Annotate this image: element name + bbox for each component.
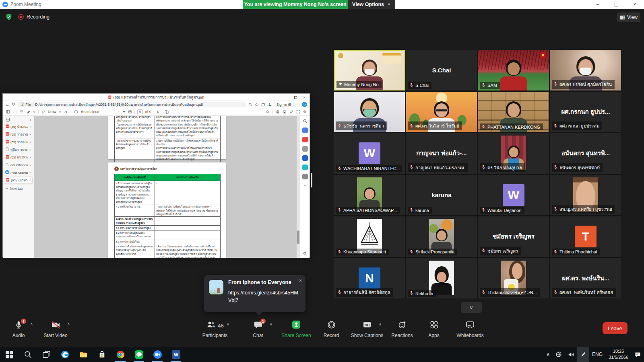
pdf-search-icon[interactable]	[266, 110, 270, 114]
edge-taskbar-icon[interactable]	[56, 347, 74, 362]
outlook-sidebar-icon[interactable]	[302, 174, 308, 179]
erase-button[interactable]	[64, 110, 68, 114]
close-tab-icon[interactable]: ×	[29, 133, 31, 136]
close-tab-icon[interactable]: ×	[29, 171, 31, 175]
show-captions-button[interactable]: CC∧Show Captions	[348, 319, 386, 343]
browser-tab-item[interactable]: PDF(65) รายงานผ×	[4, 131, 33, 138]
tools-sidebar-icon[interactable]	[302, 165, 308, 170]
address-bar[interactable]: ⓘ File | D:/ประชุมกรรมการตรวจประเมินหลัก…	[17, 102, 246, 107]
draw-button[interactable]: Draw∨	[41, 110, 61, 114]
browser-minimize-button[interactable]: –	[282, 95, 291, 100]
browser-tab-item[interactable]: คู่มือการประเมิน×	[4, 146, 33, 153]
shared-screen-scrollbar[interactable]	[311, 173, 312, 187]
participant-tile[interactable]: S.ChaiS.Chai	[406, 50, 477, 90]
participant-tile[interactable]: TThitima Phodhichai	[550, 216, 621, 257]
toc-icon[interactable]	[20, 110, 24, 114]
tray-chevron-icon[interactable]: ∧	[543, 347, 553, 362]
taskview-taskbar-icon[interactable]	[37, 347, 56, 362]
chat-popup-message[interactable]: https://forms.gle/rzri4sbrs45HMVbj7	[228, 289, 301, 304]
search-sidebar-icon[interactable]	[302, 118, 308, 124]
participant-tile[interactable]: กาญจนา ท่อแก้ว-...กาญจนา ท่อแก้ว-มรภ.นม.	[406, 133, 477, 174]
close-button[interactable]: ×	[625, 0, 644, 9]
share-screen-button[interactable]: Share Screen	[277, 319, 316, 343]
person-sidebar-icon[interactable]	[302, 146, 308, 152]
volume-icon[interactable]	[565, 347, 577, 362]
search-address-icon[interactable]	[248, 103, 252, 107]
participant-tile[interactable]: ผศ.ดร.ปรรัตน์ ศุภมิตรโยธิน	[550, 50, 621, 90]
start-taskbar-icon[interactable]	[0, 347, 19, 362]
save-icon[interactable]	[283, 110, 287, 114]
bing-sidebar-icon[interactable]	[302, 155, 308, 161]
notification-center-button[interactable]	[632, 347, 644, 362]
chat-popup-close-icon[interactable]: ×	[299, 278, 302, 284]
participant-tile[interactable]: ชมัยพร เจริญพรชมัยพร เจริญพร	[478, 216, 549, 257]
shopping-sidebar-icon[interactable]	[302, 137, 308, 142]
record-button[interactable]: Record	[312, 319, 351, 343]
participant-tile[interactable]: WWarutai Dejtanon	[478, 175, 549, 216]
more-menu-icon[interactable]: ⋯	[296, 103, 300, 107]
chevron-up-icon[interactable]: ∧	[30, 322, 33, 326]
network-icon[interactable]	[553, 347, 565, 362]
minimize-button[interactable]: –	[588, 0, 607, 9]
participant-tile[interactable]: Nอาจารย์นลินี อัศวธิติสกุล	[334, 258, 405, 299]
zoom-in-button[interactable]: +	[123, 109, 126, 115]
word-taskbar-icon[interactable]: W	[167, 347, 185, 362]
participant-tile[interactable]: Rekha In	[406, 258, 477, 299]
highlight-button[interactable]: ∨	[27, 110, 35, 114]
explorer-taskbar-icon[interactable]	[74, 347, 93, 362]
close-tab-icon[interactable]: ×	[29, 156, 31, 159]
browser-tab-item[interactable]: PDF(65) แนวทางก×	[4, 154, 33, 161]
clock[interactable]: 10:25 31/5/2566	[605, 348, 632, 360]
pdf-content-area[interactable]: หลักสูตร/อาจารย์ประจำหลักสูตรวุฒิปริญญาเ…	[34, 116, 300, 258]
participant-tile[interactable]: ผศ.ดร.วันวิสาข์ โชรัมย์	[406, 92, 477, 132]
participant-tile[interactable]: karunakaruna	[406, 175, 477, 216]
page-info-icon[interactable]: ⓘ	[21, 102, 24, 107]
view-button[interactable]: View	[617, 12, 640, 22]
participant-tile[interactable]: PHATTANAN KERDKONG	[478, 92, 549, 132]
participant-tile[interactable]: อนันตกร สุนทรพิ...อนันตกร สุนทรพิทักษ์	[550, 133, 621, 174]
participant-tile[interactable]: Thidanuch>>!•(๑)•?->N...	[478, 258, 549, 299]
participant-tile[interactable]: WWACHIRARAT NIRANTEC...	[334, 133, 405, 174]
page-view-icon[interactable]	[165, 110, 169, 114]
print-icon[interactable]	[276, 110, 280, 114]
read-aloud-button[interactable]: Read aloud	[81, 110, 99, 114]
whiteboards-button[interactable]: Whiteboards	[451, 319, 489, 343]
participant-tile[interactable]: Khuannapa Sitprasert	[334, 216, 405, 257]
browser-tab-item[interactable]: doi inthanon×	[4, 161, 33, 169]
chevron-up-icon[interactable]: ∧	[379, 322, 382, 326]
tab-actions-icon[interactable]	[6, 117, 10, 122]
apps-button[interactable]: Apps	[415, 319, 453, 343]
new-tab-button[interactable]: + New tab	[4, 184, 33, 193]
audio-button[interactable]: !∧Audio	[0, 319, 38, 343]
back-icon[interactable]: ←	[5, 102, 10, 107]
browser-tab-item[interactable]: Post Attenda×	[4, 169, 33, 176]
chrome-taskbar-icon[interactable]	[111, 347, 130, 362]
start-video-button[interactable]: ∧Start Video	[36, 319, 75, 343]
participant-tile[interactable]: สพ.ญ.ดร.แคทรียา สุขวรรณ	[550, 175, 621, 216]
fit-page-icon[interactable]	[128, 110, 132, 114]
search-taskbar-icon[interactable]	[19, 347, 37, 362]
gallery-next-page-button[interactable]: ∨	[461, 302, 482, 313]
profile-icon[interactable]	[268, 103, 272, 107]
favorites-star-icon[interactable]	[255, 103, 259, 107]
restore-button[interactable]	[607, 0, 625, 9]
collections-icon[interactable]	[261, 103, 265, 107]
participant-tile[interactable]: ดร.วินัย ทองภูบาล	[478, 133, 549, 174]
participant-tile[interactable]: SAM	[478, 50, 549, 90]
close-tab-icon[interactable]: ×	[29, 179, 31, 182]
add-sidebar-icon[interactable]: +	[302, 183, 308, 189]
sign-in-button[interactable]: Sign in	[274, 102, 294, 107]
participant-tile[interactable]: Mommy Nong No	[334, 50, 405, 90]
view-options-button[interactable]: View Options▼	[348, 0, 395, 9]
security-shield-icon[interactable]	[5, 13, 12, 21]
participant-tile[interactable]: Siriluck Prongsantia	[406, 216, 477, 257]
chat-button[interactable]: 1∧Chat	[239, 319, 277, 343]
close-tab-icon[interactable]: ×	[29, 140, 31, 144]
chat-notification-popup[interactable]: × From Iphone to Everyone https://forms.…	[204, 275, 305, 312]
line-taskbar-icon[interactable]	[130, 347, 148, 362]
participant-tile[interactable]: ผศ.ดร. พงษ์นริน...ผศ.ดร. พงษ์นรินทร์ ศรี…	[550, 258, 621, 299]
edit-icon[interactable]	[289, 110, 293, 114]
zoom-out-button[interactable]: −	[118, 109, 120, 115]
chevron-up-icon[interactable]: ∧	[67, 322, 70, 326]
browser-tab-item[interactable]: PDF(65) นำเสนอ ป×	[4, 123, 33, 130]
